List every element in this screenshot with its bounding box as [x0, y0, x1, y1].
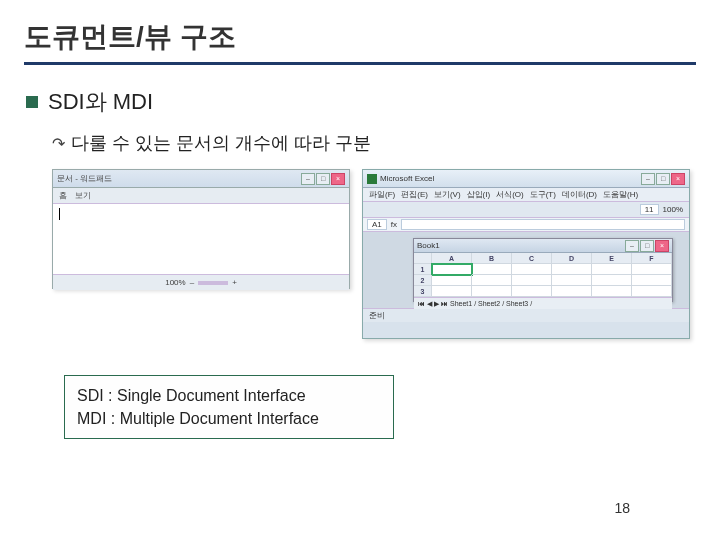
- cell[interactable]: [552, 264, 592, 275]
- sheet-tabs: ⏮ ◀ ▶ ⏭ Sheet1 / Sheet2 / Sheet3 /: [414, 297, 672, 309]
- col-header[interactable]: A: [432, 253, 472, 264]
- font-size-box[interactable]: 11: [640, 204, 659, 215]
- window-controls: – □ ×: [641, 173, 685, 185]
- tab-nav-first-icon[interactable]: ⏮: [418, 300, 425, 307]
- minimize-icon[interactable]: –: [625, 240, 639, 252]
- subsection-text: 다룰 수 있는 문서의 개수에 따라 구분: [71, 131, 371, 155]
- minimize-icon[interactable]: –: [301, 173, 315, 185]
- cell-a1[interactable]: [432, 264, 472, 275]
- mdi-titlebar: Microsoft Excel – □ ×: [363, 170, 689, 188]
- cell[interactable]: [592, 264, 632, 275]
- cell[interactable]: [552, 286, 592, 297]
- menu-format[interactable]: 서식(O): [496, 189, 524, 200]
- cell[interactable]: [472, 275, 512, 286]
- spreadsheet-grid[interactable]: A B C D E F 1 2 3: [414, 253, 672, 297]
- tab-nav-last-icon[interactable]: ⏭: [441, 300, 448, 307]
- sdi-ribbon-tabs: 홈 보기: [53, 188, 349, 204]
- menu-tools[interactable]: 도구(T): [530, 189, 556, 200]
- zoom-level-label: 100%: [165, 278, 185, 287]
- close-icon[interactable]: ×: [655, 240, 669, 252]
- col-header[interactable]: C: [512, 253, 552, 264]
- text-cursor-icon: [59, 208, 60, 220]
- mdi-definition: MDI : Multiple Document Interface: [77, 407, 381, 430]
- subsection-level2: ↷ 다룰 수 있는 문서의 개수에 따라 구분: [52, 131, 696, 155]
- menu-help[interactable]: 도움말(H): [603, 189, 638, 200]
- select-all-corner[interactable]: [414, 253, 432, 264]
- ribbon-tab-view[interactable]: 보기: [75, 190, 91, 201]
- maximize-icon[interactable]: □: [656, 173, 670, 185]
- window-controls: – □ ×: [625, 240, 669, 252]
- cell[interactable]: [432, 286, 472, 297]
- example-screenshots-row: 문서 - 워드패드 – □ × 홈 보기 100% – + Microsoft …: [52, 169, 696, 339]
- col-header[interactable]: F: [632, 253, 672, 264]
- window-controls: – □ ×: [301, 173, 345, 185]
- zoom-in-icon[interactable]: +: [232, 278, 237, 287]
- row-header[interactable]: 3: [414, 286, 432, 297]
- tab-nav-prev-icon[interactable]: ◀: [427, 300, 432, 308]
- title-underline: [24, 62, 696, 65]
- cell[interactable]: [632, 264, 672, 275]
- sdi-titlebar: 문서 - 워드패드 – □ ×: [53, 170, 349, 188]
- close-icon[interactable]: ×: [331, 173, 345, 185]
- zoom-out-icon[interactable]: –: [190, 278, 194, 287]
- maximize-icon[interactable]: □: [316, 173, 330, 185]
- minimize-icon[interactable]: –: [641, 173, 655, 185]
- sdi-example-window: 문서 - 워드패드 – □ × 홈 보기 100% – +: [52, 169, 350, 289]
- formula-bar: A1 fx: [363, 218, 689, 232]
- name-box[interactable]: A1: [367, 219, 387, 230]
- zoom-slider[interactable]: [198, 281, 228, 285]
- ribbon-tab-home[interactable]: 홈: [59, 190, 67, 201]
- sheet-tab-list[interactable]: Sheet1 / Sheet2 / Sheet3 /: [450, 300, 532, 307]
- row-header[interactable]: 2: [414, 275, 432, 286]
- slide-title: 도큐먼트/뷰 구조: [24, 18, 696, 62]
- mdi-client-area: Book1 – □ × A B C D E F 1: [363, 232, 689, 308]
- section-level1: SDI와 MDI: [26, 87, 696, 117]
- cell[interactable]: [512, 286, 552, 297]
- square-bullet-icon: [26, 96, 38, 108]
- maximize-icon[interactable]: □: [640, 240, 654, 252]
- section-heading: SDI와 MDI: [48, 87, 153, 117]
- tab-nav-next-icon[interactable]: ▶: [434, 300, 439, 308]
- cell[interactable]: [512, 275, 552, 286]
- child-titlebar: Book1 – □ ×: [414, 239, 672, 253]
- child-doc-title: Book1: [417, 241, 440, 250]
- col-header[interactable]: E: [592, 253, 632, 264]
- menu-edit[interactable]: 편집(E): [401, 189, 428, 200]
- definition-box: SDI : Single Document Interface MDI : Mu…: [64, 375, 394, 439]
- mdi-statusbar: 준비: [363, 308, 689, 322]
- mdi-menubar: 파일(F) 편집(E) 보기(V) 삽입(I) 서식(O) 도구(T) 데이터(…: [363, 188, 689, 202]
- sdi-document-area[interactable]: [53, 204, 349, 274]
- page-number: 18: [614, 500, 630, 516]
- cell[interactable]: [592, 275, 632, 286]
- excel-app-icon: [367, 174, 377, 184]
- cell[interactable]: [632, 286, 672, 297]
- cell[interactable]: [472, 264, 512, 275]
- row-header[interactable]: 1: [414, 264, 432, 275]
- col-header[interactable]: D: [552, 253, 592, 264]
- formula-input[interactable]: [401, 219, 685, 230]
- mdi-example-window: Microsoft Excel – □ × 파일(F) 편집(E) 보기(V) …: [362, 169, 690, 339]
- cell[interactable]: [632, 275, 672, 286]
- fx-icon[interactable]: fx: [391, 220, 397, 229]
- sdi-definition: SDI : Single Document Interface: [77, 384, 381, 407]
- zoom-combo[interactable]: 100%: [663, 205, 683, 214]
- sdi-window-title: 문서 - 워드패드: [57, 173, 112, 184]
- cell[interactable]: [512, 264, 552, 275]
- mdi-child-window[interactable]: Book1 – □ × A B C D E F 1: [413, 238, 673, 302]
- menu-insert[interactable]: 삽입(I): [467, 189, 491, 200]
- arrow-bullet-icon: ↷: [52, 134, 65, 153]
- sdi-statusbar: 100% – +: [53, 274, 349, 290]
- col-header[interactable]: B: [472, 253, 512, 264]
- cell[interactable]: [592, 286, 632, 297]
- menu-data[interactable]: 데이터(D): [562, 189, 597, 200]
- menu-view[interactable]: 보기(V): [434, 189, 461, 200]
- menu-file[interactable]: 파일(F): [369, 189, 395, 200]
- mdi-toolbar: 11 100%: [363, 202, 689, 218]
- status-text: 준비: [369, 310, 385, 321]
- cell[interactable]: [472, 286, 512, 297]
- cell[interactable]: [432, 275, 472, 286]
- mdi-app-title: Microsoft Excel: [380, 174, 434, 183]
- cell[interactable]: [552, 275, 592, 286]
- close-icon[interactable]: ×: [671, 173, 685, 185]
